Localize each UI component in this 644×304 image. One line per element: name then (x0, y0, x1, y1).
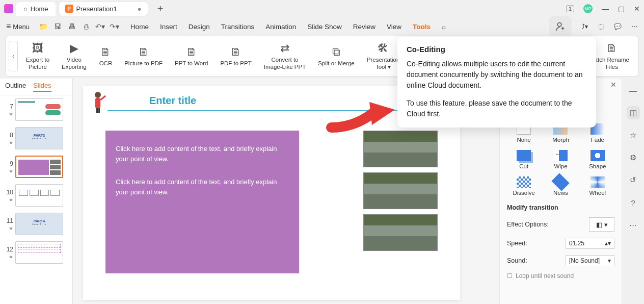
rename-icon: 🗎 (606, 42, 618, 55)
transition-news[interactable]: News (544, 176, 577, 196)
quick-access-toolbar: 📁 🖫 🖶 ⎙ ↶▾ ↷▾ (39, 22, 119, 31)
hamburger-icon[interactable]: ≡ (6, 22, 11, 31)
tab-tools[interactable]: Tools (413, 23, 431, 31)
thumb-8[interactable]: 8★PART3E n t e r T i t l e (0, 124, 72, 153)
tab-view[interactable]: View (387, 23, 401, 31)
convert-icon: ⇄ (280, 42, 289, 55)
page-badge: 1 (566, 5, 574, 12)
classroom-image-2[interactable] (363, 172, 438, 209)
chat-icon[interactable]: 💬 (614, 23, 622, 30)
cloud-icon[interactable]: ⬚ (598, 23, 604, 30)
word-icon: 🗎 (186, 45, 197, 59)
dissolve-icon (517, 176, 531, 188)
slides-tab[interactable]: Slides (33, 82, 51, 92)
shape-icon (591, 150, 605, 161)
tab-transitions[interactable]: Transitions (221, 23, 255, 31)
content-box[interactable]: Click here to add content of the text, a… (105, 131, 299, 273)
maximize-button[interactable]: ▢ (618, 5, 625, 13)
collapse-rail-button[interactable]: — (627, 84, 640, 97)
ppt-to-word-button[interactable]: 🗎PPT to Word (169, 44, 214, 68)
wheel-icon (591, 176, 605, 188)
undo-icon[interactable]: ↶▾ (96, 22, 105, 31)
more-rail-button[interactable]: ⋯ (627, 218, 640, 232)
effect-options-row: Effect Options: ◧▾ (507, 217, 614, 232)
animation-icon: ★ (9, 197, 13, 202)
slide-title[interactable]: Enter title (149, 95, 196, 107)
tab-animation[interactable]: Animation (265, 23, 296, 31)
search-icon[interactable]: ⌕ (442, 23, 446, 31)
spinner-icon: ▴▾ (605, 240, 611, 247)
help-rail-button[interactable]: ? (627, 196, 640, 209)
svg-rect-2 (95, 98, 100, 108)
avatar[interactable]: MP (583, 4, 593, 13)
new-tab-button[interactable]: + (153, 3, 168, 15)
pdf-to-ppt-button[interactable]: 🗎PDF to PPT (214, 44, 257, 68)
transition-wheel[interactable]: Wheel (581, 176, 614, 196)
outline-tab[interactable]: Outline (5, 82, 26, 92)
sound-select[interactable]: [No Sound]▾ (566, 255, 614, 266)
animation-icon: ★ (9, 140, 13, 145)
tab-design[interactable]: Design (189, 23, 210, 31)
classroom-image-1[interactable] (363, 131, 438, 167)
print-icon[interactable]: 🖶 (67, 22, 76, 31)
tab-review[interactable]: Review (353, 23, 375, 31)
transitions-rail-button[interactable]: ◫ (627, 106, 640, 119)
settings-rail-button[interactable]: ⚙ (627, 151, 640, 164)
more-icon[interactable]: ⋯ (632, 23, 638, 30)
animation-icon: ★ (9, 254, 13, 260)
history-rail-button[interactable]: ↺ (627, 173, 640, 187)
thumb-7[interactable]: 7★ (0, 95, 72, 124)
print-preview-icon[interactable]: ⎙ (82, 22, 91, 31)
tab-slideshow[interactable]: Slide Show (307, 23, 342, 31)
ocr-button[interactable]: 🗎OCR (93, 44, 119, 68)
thumbnails[interactable]: 7★ 8★PART3E n t e r T i t l e 9★ 10★ 11★… (0, 95, 72, 304)
right-rail: — ◫ ☆ ⚙ ↺ ? ⋯ (622, 79, 644, 304)
transition-cut[interactable]: Cut (507, 150, 541, 169)
open-icon[interactable]: 📁 (39, 22, 48, 31)
tab-insert[interactable]: Insert (160, 23, 177, 31)
video-export-button[interactable]: ▶Video Exporting (56, 41, 93, 72)
ribbon-label: Split or Merge (318, 60, 355, 67)
ppt-icon: 🗎 (230, 45, 242, 59)
classroom-image-3[interactable] (363, 214, 438, 251)
thumb-9[interactable]: 9★ (0, 153, 72, 181)
tab-home[interactable]: Home (130, 23, 149, 31)
animation-icon: ★ (9, 168, 13, 174)
share-icon[interactable]: ⤴▾ (582, 23, 588, 30)
convert-image-ppt-button[interactable]: ⇄Convert to Image-Like PPT (258, 41, 312, 72)
favorites-rail-button[interactable]: ☆ (627, 129, 640, 142)
save-icon[interactable]: 🖫 (53, 22, 62, 31)
svg-point-0 (558, 23, 561, 27)
speed-input[interactable]: 01.25▴▾ (566, 238, 614, 249)
export-picture-button[interactable]: 🖼Export to Picture (20, 41, 56, 72)
animation-icon: ★ (9, 225, 13, 231)
home-tab[interactable]: ⌂ Home (16, 2, 56, 16)
effect-options-button[interactable]: ◧▾ (589, 217, 614, 232)
slide-navigator: Outline Slides 7★ 8★PART3E n t e r T i t… (0, 79, 73, 304)
picture-to-pdf-button[interactable]: 🗎Picture to PDF (118, 44, 169, 68)
coediting-icon (555, 21, 566, 32)
close-window-button[interactable]: ✕ (634, 5, 640, 13)
transition-shape[interactable]: Shape (581, 150, 614, 169)
menu-button[interactable]: Menu (13, 23, 30, 31)
thumb-12[interactable]: 12★ (0, 238, 72, 267)
thumb-11[interactable]: 11★PART4E n t e r T i t l e (0, 210, 72, 238)
slide-images (363, 131, 438, 251)
minimize-button[interactable]: — (602, 5, 609, 13)
ribbon-scroll-left[interactable]: ‹ (9, 41, 18, 71)
ribbon-label: Export to Picture (26, 56, 49, 71)
split-merge-button[interactable]: ⧉Split or Merge (312, 44, 361, 68)
transition-dissolve[interactable]: Dissolve (507, 176, 541, 196)
loop-checkbox-row[interactable]: ☐ Loop until next sound (507, 272, 614, 280)
redo-icon[interactable]: ↷▾ (110, 22, 119, 31)
close-pane-button[interactable]: ✕ (610, 81, 616, 89)
menubar-right: ⤴▾ ⬚ 💬 ⋯ (549, 16, 638, 37)
pdf-icon: 🗎 (138, 45, 149, 59)
coediting-button[interactable] (549, 16, 572, 37)
doc-tab[interactable]: P Presentation1 ● (59, 1, 148, 16)
slide-thumb (15, 98, 63, 121)
thumb-10[interactable]: 10★ (0, 181, 72, 210)
transition-wipe[interactable]: ←Wipe (544, 150, 577, 169)
slide-thumb: PART3E n t e r T i t l e (15, 127, 63, 149)
transitions-grid: None Morph Fade Cut ←Wipe Shape Dissolve… (507, 123, 614, 196)
